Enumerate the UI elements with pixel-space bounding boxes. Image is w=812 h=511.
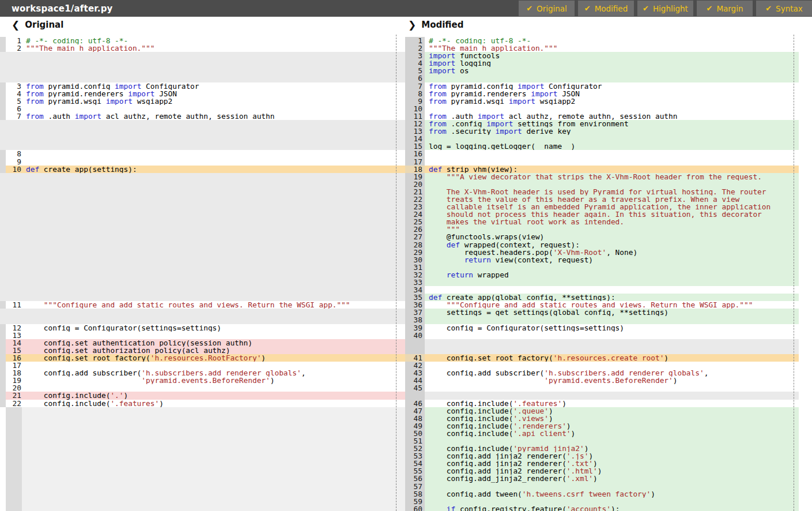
code-text: config.add_jinja2_renderer('.html'): [425, 467, 799, 475]
code-line: 1# -*- coding: utf-8 -*-: [405, 37, 799, 44]
change-marker-strip: [0, 166, 6, 173]
code-text: [425, 105, 799, 112]
original-pane-header: ❮ Original: [12, 19, 63, 31]
code-text: 'pyramid.events.BeforeRender'): [425, 377, 799, 384]
line-number: [6, 422, 22, 430]
code-line: 50 config.include('.api_client'): [405, 430, 799, 437]
code-text: [425, 392, 799, 399]
code-text: config.add_subscriber('h.subscribers.add…: [425, 369, 799, 377]
line-number: [6, 74, 22, 82]
filler-row: [0, 120, 405, 127]
change-marker-strip: [0, 384, 6, 392]
code-text: config.set_root_factory('h.resources.cre…: [425, 354, 799, 362]
code-line: 15 config.set_authorization_policy(acl_a…: [0, 347, 405, 354]
check-icon: ✔: [643, 4, 649, 13]
code-text: The X-Vhm-Root header is used by Pyramid…: [425, 188, 799, 196]
code-text: config.include('.features'): [22, 400, 405, 407]
code-text: config.include('.views'): [425, 415, 799, 422]
line-number: [6, 127, 22, 135]
line-number: 57: [405, 483, 425, 490]
line-number: [6, 415, 22, 422]
empty-row: [0, 498, 405, 505]
code-line: 40: [405, 332, 799, 339]
code-text: [425, 332, 799, 339]
modified-editor-pane[interactable]: 1# -*- coding: utf-8 -*-2"""The main h a…: [405, 35, 799, 511]
line-number: [6, 233, 22, 241]
toggle-original-button[interactable]: ✔ Original: [519, 1, 575, 16]
code-line: 4import logging: [405, 59, 799, 67]
code-text: from pyramid.wsgi import wsgiapp2: [22, 97, 405, 105]
filler-row: [405, 339, 799, 347]
change-marker-strip: [0, 437, 6, 445]
filler-row: [0, 196, 405, 203]
change-marker-strip: [0, 82, 6, 90]
code-text: config.add_subscriber('h.subscribers.add…: [22, 369, 405, 377]
code-text: [22, 467, 405, 475]
toggle-highlight-button[interactable]: ✔ Highlight: [637, 1, 693, 16]
change-marker-strip: [0, 44, 6, 52]
line-number: 59: [405, 498, 425, 505]
code-line: 18def strip_vhm(view):: [405, 166, 799, 173]
code-text: [22, 74, 405, 82]
change-marker-strip: [0, 301, 6, 309]
line-number: [6, 120, 22, 127]
toggle-modified-button[interactable]: ✔ Modified: [578, 1, 634, 16]
line-number: 19: [405, 173, 425, 181]
code-line: 36 """Configure and add static routes an…: [405, 301, 799, 309]
code-text: config.include('.'): [22, 392, 405, 399]
toggle-modified-label: Modified: [595, 4, 628, 13]
change-marker-strip: [0, 490, 6, 498]
change-marker-strip: [0, 37, 6, 44]
code-line: 4from pyramid.renderers import JSON: [0, 90, 405, 97]
change-marker-strip: [0, 97, 6, 105]
code-line: 56 config.add_jinja2_renderer('.xml'): [405, 475, 799, 482]
chevron-left-icon: ❮: [12, 19, 20, 31]
code-line: 37 settings = get_settings(global_config…: [405, 309, 799, 316]
line-number: [6, 475, 22, 482]
toggle-syntax-button[interactable]: ✔ Syntax: [756, 1, 812, 16]
code-text: from .config import settings_from_enviro…: [425, 120, 799, 127]
line-number: 10: [405, 105, 425, 112]
code-line: 22 treats the value of this header as a …: [405, 196, 799, 203]
code-text: [425, 286, 799, 294]
code-text: def wrapped(context, request):: [425, 241, 799, 249]
code-text: from pyramid.config import Configurator: [425, 82, 799, 90]
modified-pane-title: Modified: [421, 20, 463, 30]
code-text: """The main h application.""": [425, 44, 799, 52]
line-number: [6, 135, 22, 142]
code-text: log = logging.getLogger(__name__): [425, 142, 799, 150]
code-text: [425, 384, 799, 392]
change-marker-strip: [0, 181, 6, 188]
code-line: 30 return view(context, request): [405, 256, 799, 264]
line-number: [6, 196, 22, 203]
code-text: [22, 173, 405, 181]
original-pane-title: Original: [25, 20, 63, 30]
line-number: [6, 460, 22, 467]
code-text: [22, 460, 405, 467]
code-text: config.add_jinja2_renderer('.xml'): [425, 475, 799, 482]
original-editor-pane[interactable]: 1# -*- coding: utf-8 -*-2"""The main h a…: [0, 35, 405, 511]
code-line: 12 config = Configurator(settings=settin…: [0, 324, 405, 332]
toggle-margin-button[interactable]: ✔ Margin: [697, 1, 753, 16]
filler-row: [0, 256, 405, 264]
code-line: 54 config.add_jinja2_renderer('.txt'): [405, 460, 799, 467]
line-number: 8: [405, 90, 425, 97]
code-text: 'pyramid.events.BeforeRender'): [22, 377, 405, 384]
filler-row: [0, 211, 405, 218]
code-line: 48 config.include('.views'): [405, 415, 799, 422]
line-number: 60: [405, 505, 425, 511]
line-number: 49: [405, 422, 425, 430]
change-marker-strip: [0, 218, 6, 226]
change-marker-strip: [0, 415, 6, 422]
change-marker-strip: [0, 483, 6, 490]
code-text: config.include('pyramid_jinja2'): [425, 445, 799, 452]
code-line: 29 request.headers.pop('X-Vhm-Root', Non…: [405, 249, 799, 256]
code-text: [22, 445, 405, 452]
change-marker-strip: [0, 316, 6, 324]
code-text: request.headers.pop('X-Vhm-Root', None): [425, 249, 799, 256]
code-line: 22 config.include('.features'): [0, 400, 405, 407]
code-line: 6: [405, 74, 799, 82]
change-marker-strip: [0, 407, 6, 415]
code-text: [425, 264, 799, 271]
code-text: from .auth import acl_authz, remote_auth…: [425, 112, 799, 120]
